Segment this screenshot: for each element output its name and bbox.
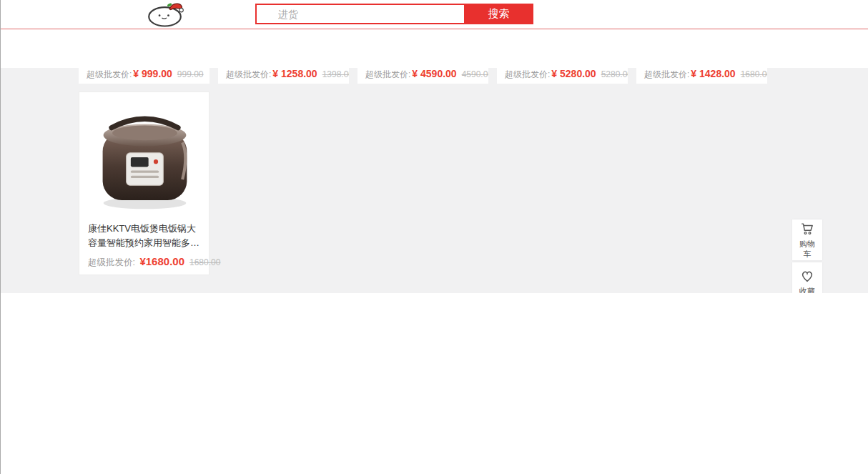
price: ¥ 999.00 [133,68,172,79]
price-label: 超级批发价: [505,69,550,79]
footer: 批量下单 购物车 收藏 [0,293,868,474]
price-label: 超级批发价: [226,69,271,79]
mascot-logo-icon[interactable] [136,1,197,28]
product-title: 康佳KKTV电饭煲电饭锅大容量智能预约家用智能多功能煮饭锅... [88,222,202,250]
product-card-cropped[interactable]: 超级批发价:¥ 4590.004590.00 [357,68,488,84]
product-card-rice-cooker[interactable]: 康佳KKTV电饭煲电饭锅大容量智能预约家用智能多功能煮饭锅... 超级批发价: … [79,92,209,275]
old-price: 999.00 [177,69,204,79]
page: 搜索 美妆产品 数码产品 数码产品 数码3C 宠物生活 Health & Bea… [0,0,868,474]
price-label: 超级批发价: [644,69,689,79]
heart-icon [799,268,815,284]
search-input[interactable] [255,4,467,24]
product-grid-section: 超级批发价:¥ 999.00999.00 超级批发价:¥ 1258.001398… [0,68,868,293]
category-nav: 美妆产品 数码产品 数码产品 数码3C 宠物生活 Health & Beauty… [0,29,868,68]
float-cart-label: 购物车 [798,239,817,259]
page-left-border [0,0,1,474]
search-button[interactable]: 搜索 [464,4,533,24]
product-card-cropped[interactable]: 超级批发价:¥ 999.00999.00 [79,68,209,84]
product-price-row: 超级批发价: ¥1680.001680.00 [88,255,220,269]
product-card-cropped[interactable]: 超级批发价:¥ 5280.005280.00 [497,68,628,84]
price: ¥1680.00 [139,255,184,267]
rice-cooker-image [89,97,200,218]
old-price: 1680.00 [189,257,220,267]
product-card-cropped[interactable]: 超级批发价:¥ 1428.001680.00 [636,68,767,84]
old-price: 4590.00 [462,69,488,79]
old-price: 5280.00 [601,69,628,79]
price: ¥ 1428.00 [691,68,735,79]
top-header: 搜索 [0,0,868,29]
cart-icon [799,221,815,237]
price-label: 超级批发价: [88,257,135,267]
price-label: 超级批发价: [87,69,132,79]
price: ¥ 1258.00 [272,68,317,79]
old-price: 1680.00 [741,69,767,79]
product-card-cropped[interactable]: 超级批发价:¥ 1258.001398.00 [218,68,349,84]
old-price: 1398.00 [322,69,349,79]
floating-cart-button[interactable]: 购物车 [792,219,822,260]
price: ¥ 4590.00 [412,68,456,79]
price: ¥ 5280.00 [551,68,596,79]
price-label: 超级批发价: [365,69,410,79]
